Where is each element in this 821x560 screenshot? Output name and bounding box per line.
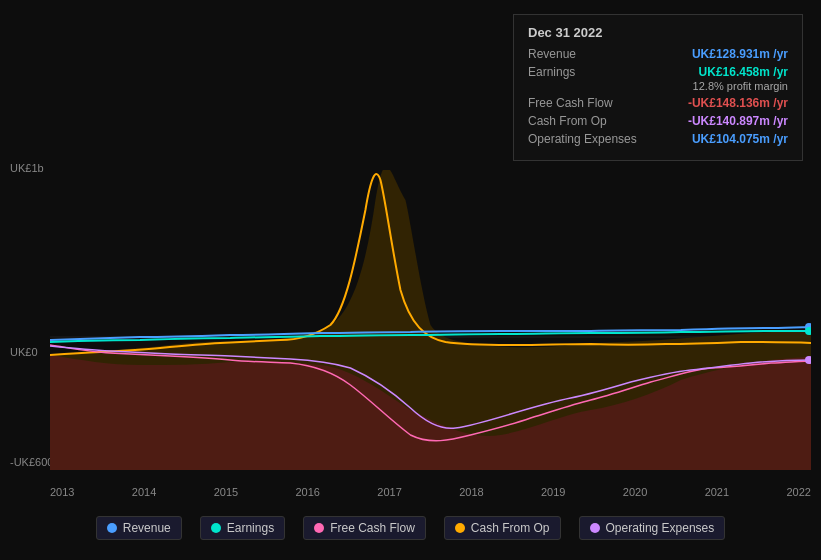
legend-label-opex: Operating Expenses [606,521,715,535]
tooltip-revenue-value: UK£128.931m /yr [692,47,788,61]
y-label-zero: UK£0 [10,346,38,358]
legend-dot-earnings [211,523,221,533]
x-tick-2014: 2014 [132,486,156,498]
tooltip-cfo-value: -UK£140.897m /yr [688,114,788,128]
legend-earnings: Earnings [200,516,285,540]
x-tick-2017: 2017 [377,486,401,498]
x-tick-2016: 2016 [295,486,319,498]
tooltip-earnings-value: UK£16.458m /yr [699,65,788,79]
main-chart-svg [50,170,811,470]
tooltip-box: Dec 31 2022 Revenue UK£128.931m /yr Earn… [513,14,803,161]
tooltip-revenue-label: Revenue [528,47,648,61]
legend-label-cfo: Cash From Op [471,521,550,535]
legend-label-revenue: Revenue [123,521,171,535]
tooltip-cfo-row: Cash From Op -UK£140.897m /yr [528,114,788,128]
legend-label-fcf: Free Cash Flow [330,521,415,535]
legend-dot-cfo [455,523,465,533]
legend-revenue: Revenue [96,516,182,540]
tooltip-fcf-value: -UK£148.136m /yr [688,96,788,110]
tooltip-opex-row: Operating Expenses UK£104.075m /yr [528,132,788,146]
legend-label-earnings: Earnings [227,521,274,535]
legend-opex: Operating Expenses [579,516,726,540]
x-axis: 2013 2014 2015 2016 2017 2018 2019 2020 … [50,486,811,498]
tooltip-cfo-label: Cash From Op [528,114,648,128]
tooltip-earnings-label: Earnings [528,65,648,79]
x-tick-2015: 2015 [214,486,238,498]
tooltip-revenue-row: Revenue UK£128.931m /yr [528,47,788,61]
legend-dot-fcf [314,523,324,533]
chart-legend: Revenue Earnings Free Cash Flow Cash Fro… [0,516,821,540]
tooltip-date: Dec 31 2022 [528,25,788,40]
x-tick-2022: 2022 [786,486,810,498]
tooltip-profit-margin: 12.8% profit margin [528,80,788,92]
tooltip-fcf-row: Free Cash Flow -UK£148.136m /yr [528,96,788,110]
x-tick-2013: 2013 [50,486,74,498]
chart-container: Dec 31 2022 Revenue UK£128.931m /yr Earn… [0,0,821,560]
tooltip-opex-value: UK£104.075m /yr [692,132,788,146]
tooltip-earnings-row: Earnings UK£16.458m /yr [528,65,788,79]
legend-dot-opex [590,523,600,533]
x-tick-2018: 2018 [459,486,483,498]
tooltip-opex-label: Operating Expenses [528,132,648,146]
legend-fcf: Free Cash Flow [303,516,426,540]
y-label-top: UK£1b [10,162,44,174]
x-tick-2021: 2021 [705,486,729,498]
x-tick-2020: 2020 [623,486,647,498]
legend-dot-revenue [107,523,117,533]
tooltip-fcf-label: Free Cash Flow [528,96,648,110]
x-tick-2019: 2019 [541,486,565,498]
legend-cfo: Cash From Op [444,516,561,540]
